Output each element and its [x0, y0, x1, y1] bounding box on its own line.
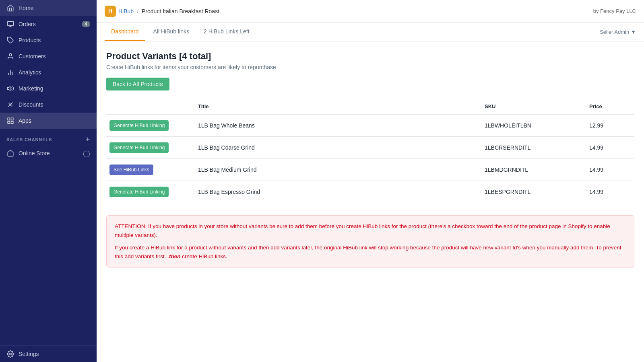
online-store-settings-icon[interactable]: ◯	[83, 150, 90, 157]
row-3-sku: 1LBMDGRNDITL	[481, 165, 586, 175]
sidebar-nav-item-discounts[interactable]: Discounts	[0, 97, 97, 113]
marketing-icon	[6, 84, 14, 93]
breadcrumb: H HiBub / Product Italian Breakfast Roas…	[105, 6, 219, 17]
home-icon	[6, 4, 14, 12]
orders-badge: 4	[82, 21, 90, 27]
sidebar-item-label: Products	[19, 37, 41, 43]
svg-rect-0	[8, 21, 14, 26]
back-to-all-products-button[interactable]: Back to All Products	[106, 78, 169, 90]
sidebar-bottom: Settings	[0, 346, 97, 362]
svg-rect-15	[8, 121, 10, 123]
add-sales-channel-icon[interactable]: +	[86, 135, 90, 144]
generate-hibub-linking-button-4[interactable]: Generate HiBub Linking	[109, 187, 169, 197]
page-content: Product Variants [4 total] Create HiBub …	[97, 41, 644, 362]
row-1-price: 12.99	[586, 121, 634, 130]
row-2-action-cell: Generate HiBub Linking	[106, 141, 195, 154]
tabbar-right: Seller Admin ▼	[600, 29, 636, 35]
sidebar-item-label: Marketing	[19, 85, 43, 92]
alert-paragraph-2: If you create a HiBub link for a product…	[115, 243, 626, 261]
generate-hibub-linking-button-1[interactable]: Generate HiBub Linking	[109, 120, 169, 131]
sidebar-nav-item-analytics[interactable]: Analytics	[0, 64, 97, 80]
table-row: Generate HiBub Linking 1LB Bag Coarse Gr…	[106, 137, 634, 159]
topbar: H HiBub / Product Italian Breakfast Roas…	[97, 0, 644, 23]
breadcrumb-separator: /	[137, 8, 138, 14]
row-1-action-cell: Generate HiBub Linking	[106, 119, 195, 132]
online-store-icon	[6, 149, 14, 157]
sidebar-item-label: Analytics	[19, 69, 41, 76]
col-header-sku: SKU	[481, 102, 586, 111]
sidebar-item-label: Home	[19, 5, 33, 11]
apps-icon	[6, 117, 14, 125]
sidebar-item-label: Discounts	[19, 101, 43, 108]
page-title: Product Variants [4 total]	[106, 51, 634, 62]
row-2-price: 14.99	[586, 143, 634, 152]
row-3-price: 14.99	[586, 165, 634, 175]
svg-marker-8	[8, 86, 10, 91]
app-name[interactable]: HiBub	[118, 8, 134, 14]
row-4-sku: 1LBESPGRNDITL	[481, 187, 586, 197]
sidebar-nav-item-apps[interactable]: Apps	[0, 113, 97, 129]
tab-hibub-links-left[interactable]: 2 HiBub Links Left	[197, 23, 256, 41]
svg-rect-13	[11, 118, 13, 120]
sidebar-nav-item-online-store[interactable]: Online Store ◯	[0, 145, 97, 161]
row-2-title: 1LB Bag Coarse Grind	[195, 143, 481, 152]
breadcrumb-page-name: Product Italian Breakfast Roast	[142, 8, 219, 14]
tabbar-tabs: Dashboard All HiBub links 2 HiBub Links …	[105, 23, 256, 41]
sidebar-nav-item-products[interactable]: Products	[0, 32, 97, 48]
settings-label: Settings	[19, 351, 39, 357]
seller-admin-label: Seller Admin	[600, 29, 629, 35]
tab-all-hibub-links[interactable]: All HiBub links	[147, 23, 196, 41]
sidebar-nav-item-home[interactable]: Home	[0, 0, 97, 16]
col-header-price: Price	[586, 102, 634, 111]
col-header-action	[106, 102, 195, 111]
app-icon: H	[105, 6, 116, 17]
row-4-title: 1LB Bag Espresso Grind	[195, 187, 481, 197]
sidebar-nav-item-customers[interactable]: Customers	[0, 48, 97, 64]
sales-channels-section: SALES CHANNELS +	[0, 129, 97, 145]
alert-paragraph-1: ATTENTION: If you have products in your …	[115, 222, 626, 239]
table-row: Generate HiBub Linking 1LB Bag Whole Bea…	[106, 115, 634, 137]
discounts-icon	[6, 101, 14, 109]
sales-channels-label: SALES CHANNELS	[6, 137, 52, 142]
svg-rect-12	[8, 118, 10, 120]
see-hibub-links-button-3[interactable]: See HiBub Links	[109, 165, 153, 175]
row-3-title: 1LB Bag Medium Grind	[195, 165, 481, 175]
sidebar-item-label: Customers	[19, 53, 46, 60]
sidebar-item-label: Online Store	[19, 150, 50, 156]
settings-icon	[6, 350, 14, 358]
row-4-price: 14.99	[586, 187, 634, 197]
orders-icon	[6, 20, 14, 28]
products-icon	[6, 36, 14, 44]
main-content: H HiBub / Product Italian Breakfast Roas…	[97, 0, 644, 362]
alert-paragraph-2-italic: then	[169, 253, 181, 259]
table-row: Generate HiBub Linking 1LB Bag Espresso …	[106, 181, 634, 203]
seller-admin-dropdown[interactable]: Seller Admin ▼	[600, 29, 636, 35]
sidebar-nav-item-marketing[interactable]: Marketing	[0, 80, 97, 97]
sidebar: Home Orders 4 Products Customers Analyti…	[0, 0, 97, 362]
topbar-by-text: by Fency Pay LLC	[593, 8, 636, 14]
alert-paragraph-2-after: create HiBub links.	[181, 253, 227, 259]
row-3-action-cell: See HiBub Links	[106, 163, 195, 177]
variants-table: Title SKU Price Generate HiBub Linking 1…	[106, 99, 634, 203]
chevron-down-icon: ▼	[631, 29, 636, 35]
sidebar-nav-item-orders[interactable]: Orders 4	[0, 16, 97, 32]
sidebar-item-label: Orders	[19, 21, 36, 27]
row-1-sku: 1LBWHOLEITLBN	[481, 121, 586, 130]
page-subtitle: Create HiBub links for items your custom…	[106, 64, 634, 70]
generate-hibub-linking-button-2[interactable]: Generate HiBub Linking	[109, 142, 169, 153]
sidebar-nav-item-settings[interactable]: Settings	[0, 346, 97, 362]
svg-rect-14	[11, 121, 13, 123]
svg-point-16	[10, 353, 12, 355]
svg-point-9	[9, 103, 10, 104]
analytics-icon	[6, 68, 14, 76]
tabbar: Dashboard All HiBub links 2 HiBub Links …	[97, 23, 644, 41]
svg-point-4	[9, 53, 12, 56]
sidebar-item-label: Apps	[19, 117, 31, 124]
tab-dashboard[interactable]: Dashboard	[105, 23, 145, 41]
row-2-sku: 1LBCRSERNDITL	[481, 143, 586, 152]
row-1-title: 1LB Bag Whole Beans	[195, 121, 481, 130]
svg-point-10	[11, 105, 12, 106]
customers-icon	[6, 52, 14, 60]
row-4-action-cell: Generate HiBub Linking	[106, 185, 195, 199]
col-header-title: Title	[195, 102, 481, 111]
